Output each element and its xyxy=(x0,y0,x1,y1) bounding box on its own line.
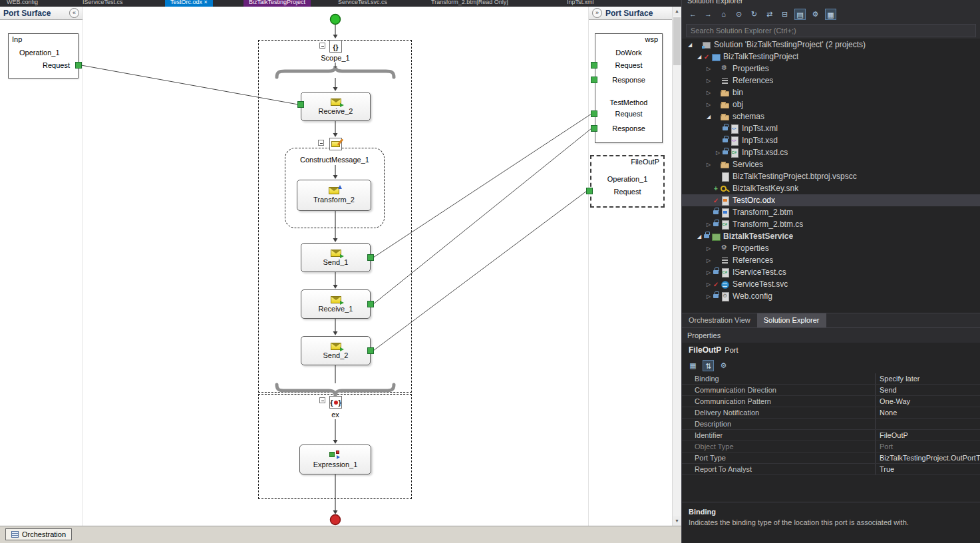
transform-2-shape[interactable]: Transform_2 xyxy=(297,180,371,211)
receive-2-shape[interactable]: Receive_2 xyxy=(301,92,371,121)
tree-item-solution-biztalktestingproject-2-projects[interactable]: ◢Solution 'BizTalkTestingProject' (2 pro… xyxy=(682,39,980,51)
editor-tab-web-config[interactable]: WEB.config xyxy=(1,0,43,7)
property-value[interactable]: Send xyxy=(876,385,980,395)
editor-tab-testorc-odx[interactable]: TestOrc.odx × xyxy=(165,0,213,7)
expanded-arrow-icon[interactable]: ◢ xyxy=(695,54,703,60)
property-value[interactable]: True xyxy=(876,464,980,474)
solution-explorer-search[interactable]: Search Solution Explorer (Ctrl+;) xyxy=(682,23,980,39)
collapsed-arrow-icon[interactable]: ▷ xyxy=(705,258,713,264)
collapsed-arrow-icon[interactable]: ▷ xyxy=(705,66,713,72)
property-row-description[interactable]: Description xyxy=(682,419,980,430)
message-request[interactable]: Request xyxy=(591,188,663,196)
property-row-report-to-analyst[interactable]: Report To AnalystTrue xyxy=(682,464,980,475)
expand-port-surface-button[interactable]: » xyxy=(592,8,602,18)
tree-item-biztalktestingproject[interactable]: ◢✓BizTalkTestingProject xyxy=(682,51,980,63)
dowork-request[interactable]: Request xyxy=(595,61,662,69)
back-icon[interactable]: ← xyxy=(687,9,699,20)
expanded-arrow-icon[interactable]: ◢ xyxy=(686,42,694,48)
operation-testmethod[interactable]: TestMethod xyxy=(595,98,662,106)
expanded-arrow-icon[interactable]: ◢ xyxy=(695,234,703,240)
editor-tab-inptst-xml[interactable]: InpTst.xml xyxy=(562,0,599,7)
scroll-down-button[interactable]: ▼ xyxy=(673,516,681,526)
collapsed-arrow-icon[interactable]: ▷ xyxy=(705,222,713,228)
categorized-icon[interactable]: ▦ xyxy=(687,360,699,371)
tree-item-services[interactable]: ▷Services xyxy=(682,158,980,170)
tree-item-biztalktestkey-snk[interactable]: +BiztalkTestKey.snk xyxy=(682,182,980,194)
tree-item-properties[interactable]: ▷Properties xyxy=(682,242,980,254)
exception-collapse-toggle[interactable] xyxy=(319,397,325,403)
collapsed-arrow-icon[interactable]: ▷ xyxy=(705,102,713,108)
property-row-communication-pattern[interactable]: Communication PatternOne-Way xyxy=(682,396,980,407)
operation-label[interactable]: Operation_1 xyxy=(19,49,60,57)
tree-item-transform-2-btm[interactable]: Transform_2.btm xyxy=(682,206,980,218)
tree-item-web-config[interactable]: ▷Web.config xyxy=(682,290,980,302)
collapsed-arrow-icon[interactable]: ▷ xyxy=(705,246,713,252)
scope-collapse-toggle[interactable] xyxy=(319,43,325,49)
tree-item-biztalktestservice[interactable]: ◢BiztalkTestService xyxy=(682,230,980,242)
property-value[interactable]: BizTalkTestingProject.OutPortTy xyxy=(876,452,980,463)
scope-icon[interactable] xyxy=(329,40,342,53)
port-inp[interactable]: Inp Operation_1 Request xyxy=(8,33,79,79)
testmethod-response[interactable]: Response xyxy=(595,124,662,132)
refresh-icon[interactable]: ↻ xyxy=(748,9,760,20)
tree-item-properties[interactable]: ▷Properties xyxy=(682,63,980,75)
expanded-arrow-icon[interactable]: ◢ xyxy=(705,114,713,120)
sync-with-active-icon[interactable]: ⇄ xyxy=(764,9,775,20)
show-all-files-icon[interactable]: ▤ xyxy=(794,9,806,20)
property-row-binding[interactable]: BindingSpecify later xyxy=(682,373,980,385)
send-2-shape[interactable]: Send_2 xyxy=(301,336,371,365)
scrollbar-thumb[interactable] xyxy=(673,17,681,65)
toolwindow-tab-solution-explorer[interactable]: Solution Explorer xyxy=(757,313,826,327)
editor-tab-transform-2-btm-read-only[interactable]: Transform_2.btm[Read Only] xyxy=(426,0,514,7)
property-row-communication-direction[interactable]: Communication DirectionSend xyxy=(682,385,980,396)
expression-1-shape[interactable]: Expression_1 xyxy=(299,445,371,474)
send-1-shape[interactable]: Send_1 xyxy=(301,243,371,272)
operation-label[interactable]: Operation_1 xyxy=(591,175,663,183)
home-icon[interactable]: ⌂ xyxy=(718,9,729,20)
property-value[interactable]: None xyxy=(876,407,980,418)
tree-item-references[interactable]: ▷References xyxy=(682,254,980,266)
editor-tab-biztalktestingproject[interactable]: BizTalkTestingProject xyxy=(244,0,311,7)
property-row-delivery-notification[interactable]: Delivery NotificationNone xyxy=(682,407,980,419)
tree-item-inptst-xsd[interactable]: InpTst.xsd xyxy=(682,134,980,146)
collapsed-arrow-icon[interactable]: ▷ xyxy=(705,281,713,287)
editor-tab-iservicetest-cs[interactable]: IServiceTest.cs xyxy=(77,0,128,7)
properties-icon[interactable]: ⚙ xyxy=(810,9,821,20)
collapsed-arrow-icon[interactable]: ▷ xyxy=(705,78,713,84)
property-row-port-type[interactable]: Port TypeBizTalkTestingProject.OutPortTy xyxy=(682,452,980,464)
exception-handler-icon[interactable] xyxy=(329,396,342,409)
dowork-response[interactable]: Response xyxy=(595,76,662,84)
forward-icon[interactable]: → xyxy=(703,9,714,20)
property-value[interactable]: Specify later xyxy=(876,373,980,384)
collapsed-arrow-icon[interactable]: ▷ xyxy=(714,150,722,156)
tree-item-iservicetest-cs[interactable]: ▷IServiceTest.cs xyxy=(682,266,980,278)
property-value[interactable] xyxy=(876,419,980,429)
properties-object-selector[interactable]: FileOutP Port xyxy=(682,343,980,357)
receive-1-shape[interactable]: Receive_1 xyxy=(301,289,371,319)
port-fileoutp[interactable]: FileOutP Operation_1 Request xyxy=(590,155,665,208)
message-request[interactable]: Request xyxy=(43,61,70,69)
collapse-port-surface-button[interactable]: « xyxy=(69,8,79,18)
tree-item-references[interactable]: ▷References xyxy=(682,75,980,87)
tree-item-bin[interactable]: ▷bin xyxy=(682,87,980,98)
construct-collapse-toggle[interactable] xyxy=(318,140,324,146)
property-value[interactable]: One-Way xyxy=(876,396,980,407)
scroll-up-button[interactable]: ▲ xyxy=(673,7,681,16)
collapsed-arrow-icon[interactable]: ▷ xyxy=(705,270,713,275)
operation-dowork[interactable]: DoWork xyxy=(595,49,662,57)
tree-item-testorc-odx[interactable]: ✓TestOrc.odx xyxy=(682,194,980,206)
scope-to-this-icon[interactable]: ⊙ xyxy=(733,9,744,20)
tree-item-schemas[interactable]: ◢schemas xyxy=(682,110,980,122)
collapsed-arrow-icon[interactable]: ▷ xyxy=(705,293,713,299)
property-value[interactable]: FileOutP xyxy=(876,430,980,441)
editor-tab-servicetest-svc-cs[interactable]: ServiceTest.svc.cs xyxy=(333,0,393,7)
toolwindow-tab-orchestration-view[interactable]: Orchestration View xyxy=(682,313,757,327)
preview-code-icon[interactable]: ▦ xyxy=(825,9,836,20)
property-pages-icon[interactable]: ⚙ xyxy=(718,360,729,371)
tree-item-servicetest-svc[interactable]: ▷✓ServiceTest.svc xyxy=(682,278,980,290)
construct-message-icon[interactable] xyxy=(329,138,342,150)
tree-item-obj[interactable]: ▷obj xyxy=(682,98,980,110)
tree-item-inptst-xml[interactable]: InpTst.xml xyxy=(682,122,980,134)
search-input[interactable]: Search Solution Explorer (Ctrl+;) xyxy=(686,24,976,37)
collapse-all-icon[interactable]: ⊟ xyxy=(779,9,790,20)
